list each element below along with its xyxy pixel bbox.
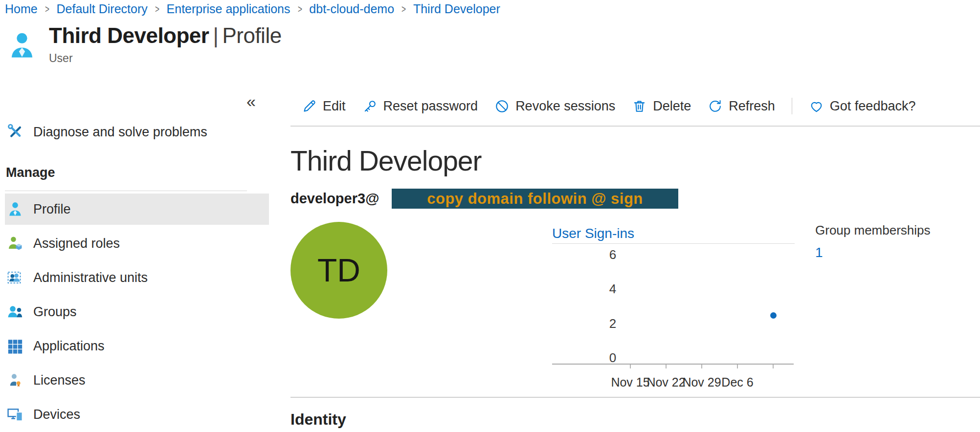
command-label: Reset password [383, 99, 478, 114]
breadcrumb-item-enterprise-applications[interactable]: Enterprise applications [167, 2, 290, 16]
avatar-initials: TD [317, 252, 360, 289]
sidebar-item-label: Administrative units [33, 270, 148, 285]
sidebar: Diagnose and solve problems Manage Profi… [0, 73, 269, 432]
key-icon [362, 99, 378, 114]
page-title-separator: | [213, 23, 218, 47]
sidebar-item-label: Applications [33, 339, 105, 354]
breadcrumb-item-default-directory[interactable]: Default Directory [57, 2, 148, 16]
sidebar-item-profile[interactable]: Profile [5, 194, 269, 225]
breadcrumb-separator: > [401, 3, 406, 16]
sidebar-group-manage: Manage [6, 165, 55, 180]
group-memberships: Group memberships 1 [815, 223, 931, 260]
y-axis-tick-label: 4 [603, 281, 623, 297]
licenses-icon [7, 372, 23, 389]
breadcrumb-separator: > [297, 3, 302, 16]
sidebar-item-groups[interactable]: Groups [5, 296, 269, 327]
edit-button[interactable]: Edit [302, 99, 346, 114]
block-icon [494, 99, 510, 114]
refresh-icon [708, 99, 723, 114]
breadcrumb-item-third-developer[interactable]: Third Developer [413, 2, 500, 16]
sidebar-divider [5, 191, 247, 191]
groups-icon [7, 303, 23, 320]
x-axis-tick [701, 365, 702, 368]
delete-button[interactable]: Delete [632, 99, 691, 114]
revoke-sessions-button[interactable]: Revoke sessions [494, 99, 615, 114]
command-label: Delete [653, 99, 691, 114]
user-principal-name-prefix: developer3@ [290, 189, 379, 209]
refresh-button[interactable]: Refresh [708, 99, 775, 114]
x-axis-tick [737, 365, 738, 368]
sidebar-item-label: Groups [33, 304, 77, 320]
x-axis-tick [773, 365, 774, 368]
command-label: Edit [323, 99, 346, 114]
page-header: Third Developer|Profile User [7, 23, 282, 65]
x-axis-tick [630, 365, 631, 368]
applications-icon [7, 338, 23, 354]
profile-person-icon [7, 201, 23, 217]
header-titles: Third Developer|Profile User [49, 23, 282, 65]
sidebar-item-label: Devices [33, 407, 80, 422]
sidebar-item-label: Profile [33, 202, 71, 217]
command-label: Got feedback? [830, 99, 916, 114]
sidebar-item-label: Licenses [33, 373, 86, 388]
page-title-section: Profile [222, 23, 281, 47]
command-label: Refresh [729, 99, 775, 114]
devices-icon [7, 406, 23, 423]
breadcrumb: Home>Default Directory>Enterprise applic… [5, 2, 500, 16]
y-axis-tick-label: 6 [603, 247, 623, 262]
chart-title-underline [552, 243, 795, 244]
diagnose-icon [7, 124, 23, 140]
sidebar-item-licenses[interactable]: Licenses [5, 365, 269, 396]
breadcrumb-item-dbt-cloud-demo[interactable]: dbt-cloud-demo [309, 2, 394, 16]
sidebar-item-assigned-roles[interactable]: Assigned roles [5, 228, 269, 259]
identity-section-heading: Identity [290, 410, 346, 429]
section-divider [290, 397, 980, 398]
redaction-overlay: copy domain followin @ sign [392, 189, 678, 209]
page-title-name: Third Developer [49, 23, 209, 47]
sign-ins-data-point [770, 312, 777, 319]
got-feedback-button[interactable]: Got feedback? [809, 99, 916, 114]
sidebar-item-applications[interactable]: Applications [5, 330, 269, 362]
sidebar-menu: ProfileAssigned rolesAdministrative unit… [0, 194, 269, 432]
user-sign-ins-chart-title[interactable]: User Sign-ins [552, 226, 634, 241]
breadcrumb-separator: > [45, 3, 49, 16]
breadcrumb-separator: > [155, 3, 159, 16]
user-profile-page: Home>Default Directory>Enterprise applic… [0, 0, 980, 432]
heart-icon [809, 99, 824, 114]
sidebar-item-diagnose-and-solve-problems[interactable]: Diagnose and solve problems [0, 120, 269, 144]
command-bar-separator [792, 98, 792, 114]
breadcrumb-item-home[interactable]: Home [5, 2, 38, 16]
trash-icon [632, 99, 647, 114]
assigned-roles-icon [7, 235, 23, 252]
edit-pencil-icon [302, 99, 317, 114]
command-label: Revoke sessions [515, 99, 615, 114]
user-sign-ins-chart: User Sign-ins 0246Nov 15Nov 22Nov 29Dec … [552, 226, 797, 397]
command-bar-divider [290, 126, 980, 127]
reset-password-button[interactable]: Reset password [362, 99, 478, 114]
x-axis-tick-label: Dec 6 [713, 375, 762, 389]
sidebar-item-label: Diagnose and solve problems [33, 125, 207, 140]
page-title: Third Developer|Profile [49, 23, 282, 48]
avatar: TD [290, 222, 387, 319]
user-icon [7, 23, 37, 65]
user-display-name: Third Developer [290, 145, 482, 177]
x-axis-line [552, 364, 794, 365]
group-memberships-count-link[interactable]: 1 [815, 245, 823, 260]
sidebar-item-devices[interactable]: Devices [5, 399, 269, 430]
group-memberships-label: Group memberships [815, 223, 931, 238]
administrative-units-icon [7, 269, 23, 286]
y-axis-tick-label: 2 [603, 316, 623, 331]
object-type-label: User [49, 52, 282, 65]
command-bar: EditReset passwordRevoke sessionsDeleteR… [302, 95, 915, 117]
x-axis-tick [666, 365, 667, 368]
sidebar-item-label: Assigned roles [33, 236, 120, 251]
sidebar-item-administrative-units[interactable]: Administrative units [5, 262, 269, 293]
